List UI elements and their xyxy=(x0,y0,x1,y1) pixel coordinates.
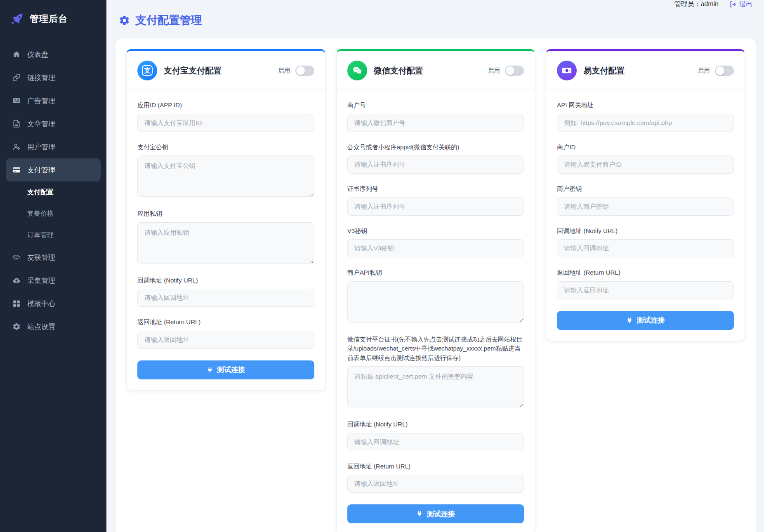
sidebar-item[interactable]: 链接管理 xyxy=(6,66,101,89)
enable-label: 启用 xyxy=(698,67,710,75)
field-label: 商户ID xyxy=(557,143,734,152)
field-label: 应用ID (APP ID) xyxy=(137,101,314,110)
page-title: 支付配置管理 xyxy=(135,13,202,28)
field-label: API 网关地址 xyxy=(557,101,734,110)
card-icon xyxy=(12,166,21,174)
field-label: 返回地址 (Return URL) xyxy=(137,318,314,327)
field-input[interactable] xyxy=(347,475,524,493)
sidebar: 管理后台 仪表盘链接管理Ad广告管理文章管理用户管理支付管理支付配置套餐价格订单… xyxy=(0,0,106,532)
wechat-card: 微信支付配置启用商户号公众号或者小程序appid(微信支付关联的)证书序列号V3… xyxy=(336,49,535,532)
enable-toggle[interactable] xyxy=(295,66,314,76)
field-input[interactable] xyxy=(557,155,734,174)
field-input[interactable] xyxy=(557,281,734,299)
form-group: 返回地址 (Return URL) xyxy=(347,462,524,493)
sidebar-item-label: 仪表盘 xyxy=(27,50,48,59)
field-input[interactable] xyxy=(137,289,314,307)
form-group: 商户密钥 xyxy=(557,184,734,216)
sidebar-subitem[interactable]: 套餐价格 xyxy=(0,203,106,224)
field-label: 支付宝公钥 xyxy=(137,143,314,152)
field-label: 回调地址 (Notify URL) xyxy=(347,420,524,429)
sidebar-item-label: 支付管理 xyxy=(27,165,55,175)
gear-icon xyxy=(119,15,130,26)
logout-icon xyxy=(729,1,736,8)
link-icon xyxy=(12,73,21,82)
alipay-card: 支支付宝支付配置启用应用ID (APP ID)支付宝公钥应用私钥回调地址 (No… xyxy=(126,49,325,391)
enable-control: 启用 xyxy=(488,66,524,76)
field-textarea[interactable] xyxy=(347,281,524,322)
enable-toggle[interactable] xyxy=(715,66,734,76)
test-connection-button[interactable]: 测试连接 xyxy=(137,360,314,379)
field-input[interactable] xyxy=(557,239,734,257)
form-group: 微信支付平台证书(先不输入先点击测试连接成功之后去网站根目录/uploads/w… xyxy=(347,335,524,410)
form-group: 商户API私钥 xyxy=(347,268,524,324)
cloud-icon xyxy=(12,276,21,285)
form-group: 应用私钥 xyxy=(137,209,314,265)
field-label: 商户密钥 xyxy=(557,184,734,194)
form-group: 公众号或者小程序appid(微信支付关联的) xyxy=(347,143,524,174)
field-textarea[interactable] xyxy=(137,222,314,264)
card-header: 支支付宝支付配置启用 xyxy=(127,51,325,90)
card-header: 易支付配置启用 xyxy=(546,51,745,90)
field-textarea[interactable] xyxy=(137,155,314,197)
form-group: 商户号 xyxy=(347,101,524,132)
sidebar-item-label: 友联管理 xyxy=(27,253,55,262)
sidebar-item-label: 文章管理 xyxy=(27,119,55,129)
enable-label: 启用 xyxy=(278,67,290,75)
test-connection-button[interactable]: 测试连接 xyxy=(347,504,524,523)
field-input[interactable] xyxy=(137,114,314,132)
sidebar-item-label: 用户管理 xyxy=(27,142,55,152)
field-input[interactable] xyxy=(137,331,314,349)
grid-icon xyxy=(12,299,21,308)
plug-icon xyxy=(416,511,423,517)
alipay-icon: 支 xyxy=(137,61,157,80)
sidebar-item-label: 站点设置 xyxy=(27,322,55,332)
field-input[interactable] xyxy=(347,433,524,451)
logout-button[interactable]: 退出 xyxy=(729,0,752,9)
test-connection-button[interactable]: 测试连接 xyxy=(557,311,734,330)
form-group: API 网关地址 xyxy=(557,101,734,132)
page-title-row: 支付配置管理 xyxy=(119,13,764,28)
field-label: 商户号 xyxy=(347,101,524,110)
plug-icon xyxy=(626,317,633,324)
handshake-icon xyxy=(12,253,21,261)
main-content: 管理员：admin 退出 支付配置管理 支支付宝支付配置启用应用ID (APP … xyxy=(106,0,764,532)
admin-name: admin xyxy=(700,0,719,7)
field-input[interactable] xyxy=(557,198,734,216)
card-title: 易支付配置 xyxy=(583,65,691,76)
field-label: 商户API私钥 xyxy=(347,268,524,278)
enable-control: 启用 xyxy=(698,66,734,76)
field-input[interactable] xyxy=(347,114,524,132)
form-group: 回调地址 (Notify URL) xyxy=(137,276,314,307)
card-title: 支付宝支付配置 xyxy=(164,65,271,76)
sidebar-item[interactable]: 用户管理 xyxy=(6,135,101,158)
sidebar-item[interactable]: 友联管理 xyxy=(6,246,101,269)
sidebar-item[interactable]: Ad广告管理 xyxy=(6,89,101,112)
field-input[interactable] xyxy=(347,198,524,216)
sidebar-item[interactable]: 采集管理 xyxy=(6,269,101,292)
form-group: 商户ID xyxy=(557,143,734,174)
test-connection-label: 测试连接 xyxy=(217,365,245,374)
sidebar-item[interactable]: 支付管理 xyxy=(6,158,101,181)
sidebar-item[interactable]: 文章管理 xyxy=(6,112,101,135)
field-input[interactable] xyxy=(347,155,524,174)
ad-icon: Ad xyxy=(12,97,21,105)
card-header: 微信支付配置启用 xyxy=(337,51,535,90)
enable-label: 启用 xyxy=(488,67,500,75)
sidebar-item[interactable]: 仪表盘 xyxy=(6,43,101,66)
sidebar-item[interactable]: 模板中心 xyxy=(6,292,101,315)
gear-icon xyxy=(12,322,21,331)
form-group: 证书序列号 xyxy=(347,184,524,216)
sidebar-subitem[interactable]: 订单管理 xyxy=(0,224,106,246)
svg-text:Ad: Ad xyxy=(14,99,19,103)
form-group: V3秘钥 xyxy=(347,226,524,258)
epay-icon xyxy=(557,61,577,80)
logout-label: 退出 xyxy=(739,0,752,9)
field-textarea[interactable] xyxy=(347,366,524,407)
sidebar-item[interactable]: 站点设置 xyxy=(6,315,101,338)
sidebar-subitem[interactable]: 支付配置 xyxy=(0,181,106,203)
field-label: 微信支付平台证书(先不输入先点击测试连接成功之后去网站根目录/uploads/w… xyxy=(347,335,524,363)
sidebar-item-label: 采集管理 xyxy=(27,276,55,285)
field-input[interactable] xyxy=(347,239,524,257)
field-input[interactable] xyxy=(557,114,734,132)
enable-toggle[interactable] xyxy=(505,66,524,76)
